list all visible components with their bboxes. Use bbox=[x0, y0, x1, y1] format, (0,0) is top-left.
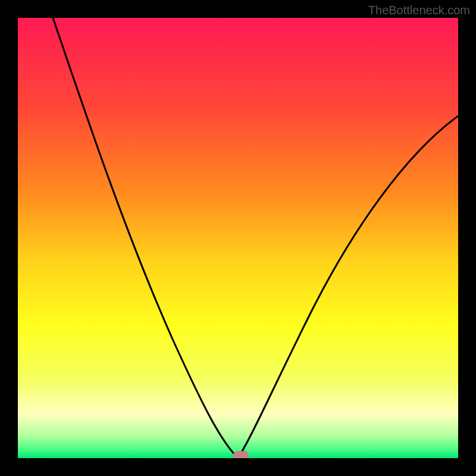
chart-plot-area bbox=[18, 18, 458, 458]
watermark-text: TheBottleneck.com bbox=[368, 4, 470, 17]
chart-svg bbox=[18, 18, 458, 458]
minimum-marker bbox=[233, 451, 249, 458]
gradient-background bbox=[18, 18, 458, 458]
